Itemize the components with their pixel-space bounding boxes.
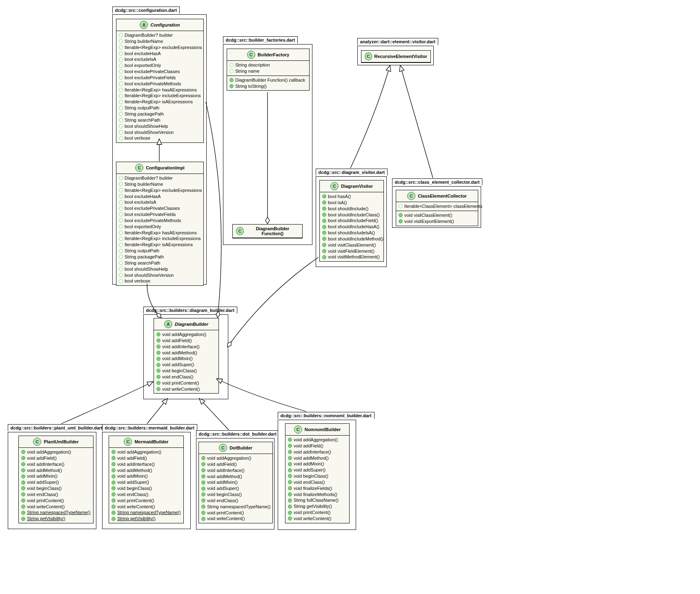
class-member: bool shouldIncludeIsA() [322,230,381,236]
class-name: MermaidBuilder [134,439,168,444]
visibility-icon [119,279,123,283]
class-member: String builderName [119,181,201,187]
class-member: void printContent() [201,510,270,516]
visibility-icon [119,249,123,253]
member-text: void visitExportElement() [404,218,454,225]
member-text: void writeContent() [117,504,155,510]
member-text: void addSuper() [162,362,194,368]
class-member: void endClass() [156,374,216,380]
package-configuration: dcdg::src::configuration.dart AConfigura… [112,14,207,285]
class-member: void addMixin() [201,479,270,485]
visibility-icon [21,450,25,454]
class-member: void addAggregation() [201,455,270,461]
member-text: void finalizeMethods() [294,492,337,498]
visibility-icon [111,456,116,460]
visibility-icon [288,480,292,484]
visibility-icon [119,212,123,216]
class-member: bool excludePrivateMethods [119,218,201,224]
visibility-icon [111,462,116,466]
member-text: void beginClass() [117,485,152,492]
member-text: bool shouldShowVersion [125,272,174,278]
member-text: void printContent() [117,498,154,504]
member-text: void addAggregation() [207,455,251,461]
visibility-icon [288,438,292,442]
class-name: ClassElementCollector [418,194,467,198]
visibility-icon [119,58,123,62]
class-icon: C [124,438,132,446]
class-member: Iterable<RegExp> includeExpressions [119,93,201,99]
member-text: DiagramBuilder? builder [125,32,173,38]
visibility-icon [21,498,25,503]
member-text: void addMethod() [27,467,62,474]
member-text: void printContent() [27,498,64,504]
class-member: Iterable<RegExp> hasAExpressions [119,230,201,236]
class-member: String builderName [119,38,201,44]
visibility-icon [119,243,123,247]
class-member: void endClass() [21,492,91,498]
member-text: Iterable<RegExp> excludeExpressions [125,187,202,194]
visibility-icon [119,200,123,205]
member-text: bool excludeHasA [125,51,161,57]
class-member: void addSuper() [288,467,347,473]
class-member: bool verbose [119,278,201,284]
class-member: void visitClassElement() [399,212,475,218]
class-member: Iterable<RegExp> isAExpressions [119,242,201,248]
member-text: void addMixin() [294,461,324,467]
visibility-icon [322,213,326,217]
class-member: void addInterface() [288,449,347,455]
visibility-icon [156,351,161,355]
class-member: void addMethod() [156,350,216,356]
visibility-icon [119,231,123,235]
visibility-icon [230,84,234,88]
visibility-icon [119,124,123,128]
class-member: void beginClass() [201,492,270,498]
member-text: void endClass() [162,374,193,380]
package-mermaid-builder: dcdg::src::builders::mermaid_builder.dar… [102,432,191,529]
class-member: void printContent() [21,498,91,504]
class-member: DiagramBuilder? builder [119,175,201,181]
package-tab: dcdg::src::builders::mermaid_builder.dar… [102,424,197,431]
class-member: void addMethod() [111,467,181,474]
member-text: Iterable<ClassElement> classElements [404,203,482,209]
member-text: bool excludeHasA [125,194,161,200]
class-mermaid-builder: CMermaidBuilder void addAggregation()voi… [109,436,184,523]
visibility-icon [156,369,161,373]
member-text: bool shouldShowHelp [125,266,168,272]
visibility-icon [322,249,326,253]
class-name: BuilderFactory [258,52,290,57]
class-class-element-collector: CClassElementCollector Iterable<ClassEle… [396,190,478,226]
visibility-icon [21,468,25,472]
member-text: bool exportedOnly [125,224,161,230]
class-member: void addMixin() [288,461,347,467]
visibility-icon [21,511,25,515]
member-text: void addMixin() [162,356,193,362]
member-text: bool excludeIsA [125,56,156,62]
visibility-icon [322,237,326,241]
member-text: void addInterface() [294,449,331,455]
member-text: void addInterface() [207,467,245,474]
class-icon: C [407,192,415,200]
abstract-icon: A [140,21,148,29]
member-text: void endClass() [117,492,148,498]
class-member: bool excludePrivateMethods [119,81,201,87]
member-text: String toString() [235,83,267,89]
visibility-icon [288,492,292,496]
package-diagram-visitor: dcdg::src::diagram_visitor.dart CDiagram… [316,176,387,267]
member-text: bool shouldShowHelp [125,123,168,129]
visibility-icon [119,39,123,43]
visibility-icon [201,498,205,503]
member-text: void beginClass() [207,492,242,498]
class-name: PlantUmlBuilder [44,439,79,444]
class-member: bool exportedOnly [119,224,201,230]
member-text: void addField() [27,455,57,461]
class-name: ConfigurationImpl [146,165,185,170]
class-member: String namespacedTypeName() [201,504,270,510]
member-text: Iterable<RegExp> includeExpressions [125,93,201,99]
class-member: bool excludeHasA [119,51,201,57]
member-text: String namespacedTypeName() [27,509,90,516]
visibility-icon [201,456,205,460]
class-member: void addField() [201,461,270,467]
class-member: bool excludeIsA [119,56,201,62]
class-member: bool isA() [322,200,381,206]
class-member: String outputPath [119,105,201,111]
